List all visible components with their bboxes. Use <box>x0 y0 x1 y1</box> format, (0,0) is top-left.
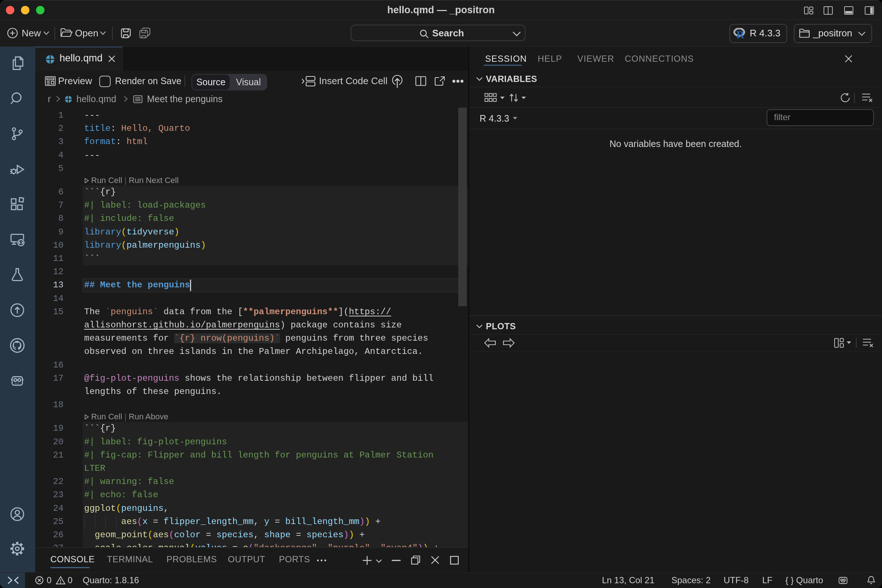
svg-text:R: R <box>736 28 744 39</box>
